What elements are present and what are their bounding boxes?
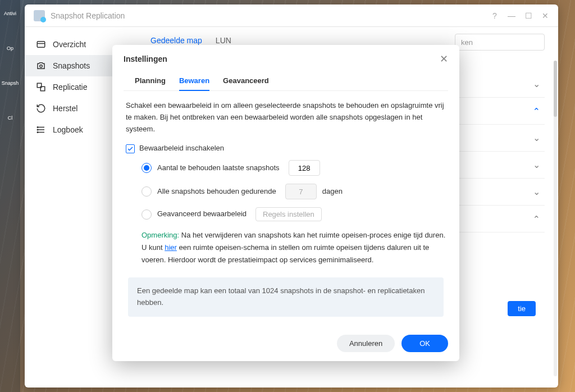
enable-retention-checkbox[interactable] — [126, 144, 135, 153]
note-label: Opmerking: — [142, 231, 179, 239]
minimize-icon[interactable]: — — [508, 12, 515, 20]
note-text: Opmerking: Na het verwijderen van snapsh… — [126, 229, 446, 266]
overview-icon — [36, 39, 46, 49]
help-icon[interactable]: ? — [491, 12, 499, 20]
tab-advanced[interactable]: Geavanceerd — [223, 71, 269, 90]
chevron-down-icon: ⌄ — [533, 159, 540, 170]
sidebar-item-label: Replicatie — [53, 83, 87, 92]
sidebar-item-label: Snapshots — [53, 61, 90, 70]
chevron-down-icon: ⌄ — [533, 133, 540, 143]
log-icon — [36, 125, 46, 135]
chevron-down-icon: ⌄ — [533, 186, 540, 197]
svg-point-2 — [40, 65, 43, 68]
ok-button[interactable]: OK — [401, 335, 448, 352]
svg-point-10 — [37, 132, 38, 133]
taskbar-item[interactable]: Snapsh — [1, 74, 19, 92]
window-title: Snapshot Replication — [51, 11, 491, 20]
taskbar: Antivi Op Snapsh Cl — [0, 0, 20, 392]
chevron-down-icon: ⌄ — [533, 106, 540, 116]
taskbar-item[interactable]: Cl — [1, 109, 19, 127]
radio-advanced[interactable] — [142, 209, 152, 220]
radio-keep-days[interactable] — [142, 186, 152, 197]
checkbox-label: Bewaarbeleid inschakelen — [139, 143, 224, 154]
titlebar: Snapshot Replication ? — ☐ ✕ — [25, 4, 558, 27]
svg-rect-0 — [37, 42, 45, 48]
replication-icon — [36, 82, 46, 92]
radio-label: Aantal te behouden laatste snapshots — [157, 162, 280, 174]
camera-icon — [36, 61, 46, 71]
sidebar-item-label: Overzicht — [53, 40, 86, 49]
app-icon — [34, 10, 45, 21]
tab-retention[interactable]: Bewaren — [179, 71, 209, 90]
days-input[interactable] — [285, 184, 317, 199]
scrollbar-thumb[interactable] — [554, 61, 557, 117]
days-suffix: dagen — [322, 186, 343, 198]
configure-rules-button[interactable]: Regels instellen — [255, 207, 322, 221]
settings-dialog: Instellingen ✕ Planning Bewaren Geavance… — [112, 45, 459, 361]
search-input[interactable]: ken — [455, 34, 545, 51]
restore-icon — [36, 103, 46, 113]
cancel-button[interactable]: Annuleren — [337, 335, 395, 352]
sidebar-item-label: Herstel — [53, 104, 77, 113]
radio-label: Geavanceerd bewaarbeleid — [157, 208, 247, 220]
taskbar-item[interactable]: Antivi — [1, 4, 19, 22]
taskbar-item[interactable]: Op — [1, 39, 19, 57]
chevron-up-icon: ⌄ — [533, 213, 540, 224]
svg-point-9 — [37, 129, 38, 130]
info-box: Een gedeelde map kan een totaal van 1024… — [128, 277, 444, 317]
chevron-down-icon: ⌄ — [533, 79, 540, 89]
close-icon[interactable]: ✕ — [541, 12, 549, 20]
maximize-icon[interactable]: ☐ — [524, 12, 532, 20]
radio-label: Alle snapshots behouden gedurende — [157, 186, 276, 198]
reclaim-schedule-link[interactable]: hier — [165, 243, 177, 252]
close-icon[interactable]: ✕ — [440, 53, 448, 65]
radio-keep-count[interactable] — [142, 163, 152, 173]
retention-description: Schakel een bewaarbeleid in om alleen ge… — [126, 100, 446, 135]
sidebar-item-label: Logboek — [53, 125, 83, 134]
dialog-title: Instellingen — [124, 54, 440, 63]
snapshot-count-input[interactable] — [289, 160, 320, 176]
scrollbar[interactable] — [554, 61, 557, 376]
action-button[interactable]: tie — [508, 301, 536, 316]
svg-point-8 — [37, 127, 38, 128]
tab-planning[interactable]: Planning — [135, 71, 166, 90]
